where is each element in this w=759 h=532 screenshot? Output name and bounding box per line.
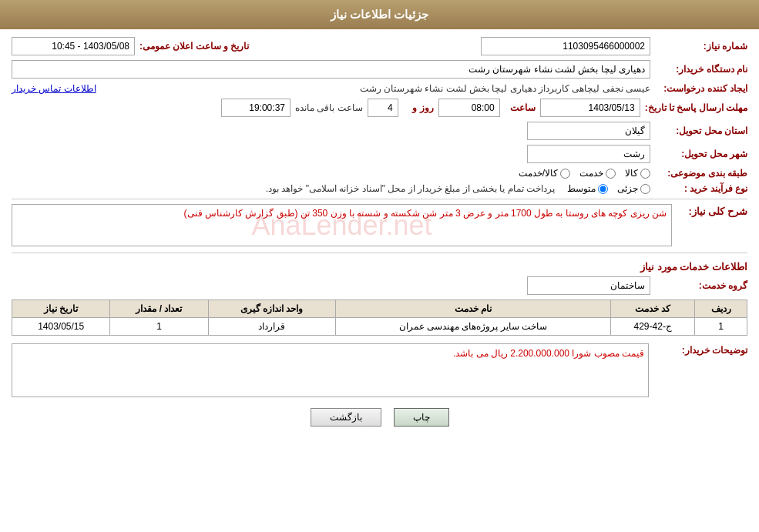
gorooh-label: گروه خدمت: bbox=[655, 280, 747, 291]
radio-motavasset-label: متوسط bbox=[567, 183, 596, 194]
col-radif: ردیف bbox=[695, 300, 747, 318]
col-tedad: تعداد / مقدار bbox=[110, 300, 208, 318]
btn-bazgasht[interactable]: بازگشت bbox=[311, 408, 381, 427]
mande-label: ساعت باقی مانده bbox=[295, 102, 363, 113]
radio-kala-label: کالا bbox=[625, 168, 638, 179]
radio-kala-khedmat-item[interactable]: کالا/خدمت bbox=[519, 168, 570, 179]
tarikh-label: تاریخ و ساعت اعلان عمومی: bbox=[139, 41, 249, 52]
radio-motavasset-item[interactable]: متوسط bbox=[567, 183, 608, 194]
shomare-niaz-label: شماره نیاز: bbox=[655, 41, 747, 52]
divider-1 bbox=[12, 199, 747, 199]
mohlat-mande-input[interactable] bbox=[221, 99, 291, 117]
row-nooe-farayand: نوع فرآیند خرید : جزئی متوسط پرداخت تمام… bbox=[12, 183, 747, 194]
radio-kala-khedmat[interactable] bbox=[560, 169, 570, 179]
shomare-niaz-input[interactable] bbox=[481, 37, 650, 55]
nam-dastgah-input[interactable] bbox=[12, 60, 650, 79]
table-cell-3: قرارداد bbox=[208, 318, 335, 336]
divider-2 bbox=[12, 253, 747, 253]
row-shomare: شماره نیاز: تاریخ و ساعت اعلان عمومی: bbox=[12, 37, 747, 55]
buttons-row: چاپ بازگشت bbox=[12, 408, 747, 427]
farayand-radio-group: جزئی متوسط bbox=[567, 183, 650, 194]
gorooh-input[interactable] bbox=[527, 276, 650, 295]
row-tabaqe: طبقه بندی موضوعی: کالا خدمت کالا/خدمت bbox=[12, 168, 747, 179]
table-cell-4: 1 bbox=[110, 318, 208, 336]
shahr-input[interactable] bbox=[527, 145, 650, 163]
table-cell-0: 1 bbox=[695, 318, 747, 336]
tabaqe-radio-group: کالا خدمت کالا/خدمت bbox=[519, 168, 650, 179]
col-kod-khedmat: کد خدمت bbox=[611, 300, 695, 318]
row-shahr: شهر محل تحویل: bbox=[12, 145, 747, 163]
radio-jozi[interactable] bbox=[640, 184, 650, 194]
row-sharh: شرح کلی نیاز: شن ریزی کوچه های روستا به … bbox=[12, 204, 747, 246]
tosif-box: قیمت مصوب شورا 2.200.000.000 ریال می باش… bbox=[12, 343, 649, 397]
radio-khedmat-label: خدمت bbox=[579, 168, 603, 179]
sharh-label: شرح کلی نیاز: bbox=[678, 206, 747, 217]
table-row: 1ج-42-429ساخت سایر پروژه‌های مهندسی عمرا… bbox=[12, 318, 747, 336]
page-title: جزئیات اطلاعات نیاز bbox=[331, 8, 428, 21]
sharh-value: شن ریزی کوچه های روستا به طول 1700 متر و… bbox=[184, 208, 667, 219]
radio-motavasset[interactable] bbox=[598, 184, 608, 194]
btn-chap[interactable]: چاپ bbox=[394, 408, 449, 427]
row-mohlat: مهلت ارسال پاسخ تا تاریخ: ساعت روز و ساع… bbox=[12, 99, 747, 117]
services-table-container: ردیف کد خدمت نام خدمت واحد اندازه گیری ت… bbox=[12, 299, 747, 336]
saat-label: ساعت bbox=[505, 102, 536, 113]
services-table: ردیف کد خدمت نام خدمت واحد اندازه گیری ت… bbox=[12, 299, 747, 336]
col-tarikh-niaz: تاریخ نیاز bbox=[12, 300, 110, 318]
mohlat-label: مهلت ارسال پاسخ تا تاریخ: bbox=[645, 102, 747, 113]
tosif-label: توضیحات خریدار: bbox=[655, 345, 747, 356]
row-nam-dastgah: نام دستگاه خریدار: bbox=[12, 60, 747, 79]
page-header: جزئیات اطلاعات نیاز bbox=[0, 0, 759, 29]
tarikh-input[interactable] bbox=[12, 37, 135, 55]
radio-khedmat[interactable] bbox=[606, 169, 616, 179]
nooe-farayand-text: پرداخت تمام یا بخشی از مبلغ خریدار از مح… bbox=[266, 183, 555, 194]
roz-label: روز و bbox=[403, 102, 434, 113]
nam-dastgah-label: نام دستگاه خریدار: bbox=[655, 64, 747, 75]
table-cell-2: ساخت سایر پروژه‌های مهندسی عمران bbox=[335, 318, 611, 336]
ijad-konande-value: عیسی نجفی لیچاهی کاربرداز دهیاری لیچا بخ… bbox=[101, 83, 650, 94]
page-wrapper: جزئیات اطلاعات نیاز شماره نیاز: تاریخ و … bbox=[0, 0, 759, 532]
mohlat-roz-input[interactable] bbox=[368, 99, 398, 117]
row-gorooh: گروه خدمت: bbox=[12, 276, 747, 295]
ostan-input[interactable] bbox=[527, 122, 650, 140]
radio-kala[interactable] bbox=[640, 169, 650, 179]
tosif-container: قیمت مصوب شورا 2.200.000.000 ریال می باش… bbox=[12, 343, 649, 397]
radio-jozi-item[interactable]: جزئی bbox=[617, 183, 650, 194]
ostan-label: استان محل تحویل: bbox=[655, 125, 747, 136]
radio-jozi-label: جزئی bbox=[617, 183, 638, 194]
main-content: شماره نیاز: تاریخ و ساعت اعلان عمومی: نا… bbox=[0, 29, 759, 442]
tosif-value: قیمت مصوب شورا 2.200.000.000 ریال می باش… bbox=[453, 348, 644, 359]
row-ostan: استان محل تحویل: bbox=[12, 122, 747, 140]
ettelaat-link[interactable]: اطلاعات تماس خریدار bbox=[12, 83, 96, 94]
shahr-label: شهر محل تحویل: bbox=[655, 149, 747, 159]
table-cell-1: ج-42-429 bbox=[611, 318, 695, 336]
sharh-box: شن ریزی کوچه های روستا به طول 1700 متر و… bbox=[12, 204, 672, 246]
nooe-farayand-label: نوع فرآیند خرید : bbox=[655, 183, 747, 194]
ijad-konande-label: ایجاد کننده درخواست: bbox=[655, 83, 747, 94]
radio-khedmat-item[interactable]: خدمت bbox=[579, 168, 616, 179]
mohlat-saat-input[interactable] bbox=[438, 99, 500, 117]
radio-kala-item[interactable]: کالا bbox=[625, 168, 650, 179]
tabaqe-label: طبقه بندی موضوعی: bbox=[655, 168, 747, 179]
khadamat-section-title: اطلاعات خدمات مورد نیاز bbox=[12, 261, 747, 273]
row-tosif: توضیحات خریدار: قیمت مصوب شورا 2.200.000… bbox=[12, 343, 747, 397]
row-ijad-konande: ایجاد کننده درخواست: عیسی نجفی لیچاهی کا… bbox=[12, 83, 747, 94]
col-nam-khedmat: نام خدمت bbox=[335, 300, 611, 318]
mohlat-date-input[interactable] bbox=[540, 99, 640, 117]
table-cell-5: 1403/05/15 bbox=[12, 318, 110, 336]
col-vahed: واحد اندازه گیری bbox=[208, 300, 335, 318]
radio-kala-khedmat-label: کالا/خدمت bbox=[519, 168, 558, 179]
